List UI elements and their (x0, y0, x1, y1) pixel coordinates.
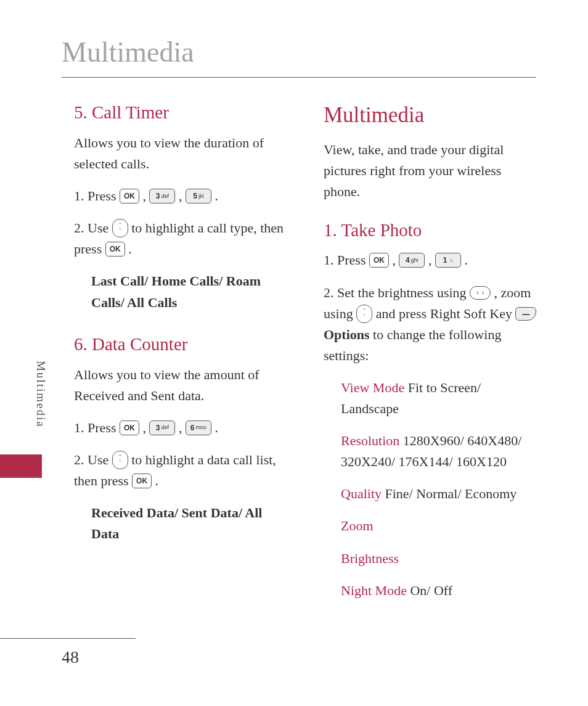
key-3-icon: 3def (149, 189, 175, 203)
value: On/ Off (407, 583, 452, 598)
text: . (155, 473, 159, 488)
nav-updown-icon: ˆˇ (112, 219, 128, 237)
ok-key-icon: OK (105, 242, 125, 257)
call-timer-step2: 2. Use ˆˇ to highlight a call type, then… (74, 218, 290, 260)
value: Fine/ Normal/ Economy (382, 486, 517, 501)
text: 1. Press (324, 252, 369, 268)
data-counter-step2: 2. Use ˆˇ to highlight a data call list,… (74, 449, 290, 491)
nav-leftright-icon: ‹ › (470, 286, 491, 300)
take-photo-step2: 2. Set the brightness using ‹ › , zoom u… (324, 282, 539, 366)
opt-night-mode: Night Mode On/ Off (341, 580, 539, 601)
text: , (142, 188, 149, 203)
label: Quality (341, 486, 382, 501)
text: 2. Set the brightness using (324, 285, 470, 300)
text: , (179, 420, 186, 435)
opt-brightness: Brightness (341, 548, 539, 569)
right-soft-key-icon: – (515, 307, 536, 321)
key-3-icon: 3def (149, 421, 175, 435)
heading-multimedia: Multimedia (324, 99, 539, 132)
heading-data-counter: 6. Data Counter (74, 330, 290, 358)
call-timer-intro: Allows you to view the duration of selec… (74, 133, 290, 174)
page-title: Multimedia (62, 36, 194, 68)
right-column: Multimedia View, take, and trade your di… (324, 99, 539, 612)
text: 2. Use (74, 452, 112, 467)
text: , (392, 252, 399, 268)
ok-key-icon: OK (369, 253, 389, 268)
call-timer-options: Last Call/ Home Calls/ Roam Calls/ All C… (91, 271, 290, 313)
multimedia-intro: View, take, and trade your digital pictu… (324, 139, 539, 202)
text: 1. Press (74, 188, 120, 203)
ok-key-icon: OK (120, 421, 139, 435)
data-counter-options: Received Data/ Sent Data/ All Data (91, 503, 290, 544)
heading-call-timer: 5. Call Timer (74, 99, 290, 126)
side-tab-marker (0, 454, 42, 478)
text: , (179, 188, 186, 203)
key-5-icon: 5jkl (186, 189, 211, 203)
text: 1. Press (74, 420, 120, 435)
label: View Mode (341, 380, 404, 395)
text: , (428, 252, 435, 268)
page-number: 48 (62, 647, 79, 667)
text: 2. Use (74, 220, 112, 236)
ok-key-icon: OK (132, 474, 152, 488)
nav-updown-icon: ˆˇ (356, 305, 372, 323)
text: , (142, 420, 149, 435)
data-counter-intro: Allows you to view the amount of Receive… (74, 364, 290, 406)
key-4-icon: 4ghi (399, 253, 425, 268)
opt-zoom: Zoom (341, 515, 539, 536)
key-1-icon: 1 ⌂ (435, 253, 461, 268)
label: Resolution (341, 433, 399, 448)
title-rule (62, 77, 536, 78)
ok-key-icon: OK (120, 189, 139, 203)
manual-page: Multimedia Multimedia 5. Call Timer Allo… (0, 0, 588, 706)
opt-quality: Quality Fine/ Normal/ Economy (341, 483, 539, 504)
left-column: 5. Call Timer Allows you to view the dur… (74, 99, 290, 612)
footer-rule (0, 638, 136, 639)
heading-take-photo: 1. Take Photo (324, 216, 539, 244)
text: and press Right Soft Key (376, 306, 516, 321)
nav-updown-icon: ˆˇ (112, 451, 128, 469)
text: . (214, 188, 218, 203)
label: Night Mode (341, 583, 407, 598)
take-photo-step1: 1. Press OK , 4ghi , 1 ⌂ . (324, 250, 539, 271)
text: . (464, 252, 468, 268)
data-counter-step1: 1. Press OK , 3def , 6mno . (74, 417, 290, 438)
side-tab-label: Multimedia (34, 361, 47, 428)
text: . (128, 241, 132, 257)
text: . (214, 420, 218, 435)
opt-resolution: Resolution 1280X960/ 640X480/ 320X240/ 1… (341, 430, 539, 472)
content-columns: 5. Call Timer Allows you to view the dur… (74, 99, 539, 612)
opt-view-mode: View Mode Fit to Screen/ Landscape (341, 377, 539, 419)
key-6-icon: 6mno (186, 421, 211, 435)
options-word: Options (324, 327, 370, 342)
call-timer-step1: 1. Press OK , 3def , 5jkl . (74, 186, 290, 207)
